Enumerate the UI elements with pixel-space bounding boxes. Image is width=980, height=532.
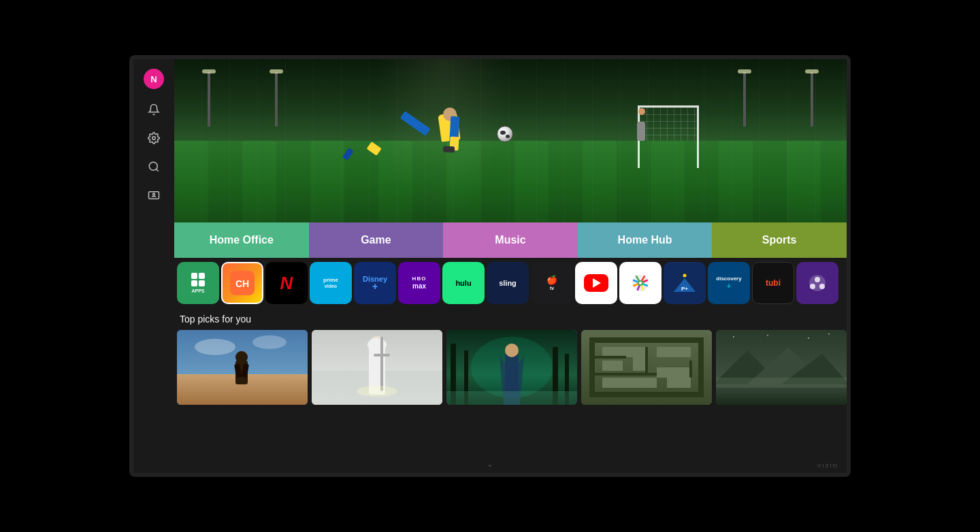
stadium-light-3 [275, 72, 278, 127]
top-pick-3[interactable] [446, 330, 577, 405]
goalkeeper [637, 115, 645, 141]
tab-game[interactable]: Game [309, 222, 444, 258]
app-channel[interactable]: CH [221, 262, 263, 304]
svg-rect-47 [657, 347, 691, 357]
svg-rect-31 [374, 354, 390, 356]
gk-body [637, 122, 645, 141]
extra-app-icon [807, 273, 828, 293]
svg-rect-45 [602, 361, 623, 371]
app-prime-video[interactable]: prime video [310, 262, 352, 304]
svg-point-40 [505, 344, 519, 357]
main-content: Home Office Game Music Home Hub Sports [174, 59, 847, 473]
search-icon[interactable] [146, 159, 162, 175]
svg-point-32 [357, 386, 397, 397]
tab-music[interactable]: Music [443, 222, 578, 258]
app-extra[interactable] [796, 262, 838, 304]
svg-rect-30 [380, 337, 383, 391]
top-pick-2[interactable] [312, 330, 442, 405]
top-picks-section: Top picks for you [174, 308, 847, 473]
goal-net [640, 107, 697, 141]
top-pick-5[interactable] [716, 330, 847, 405]
ch-icon: CH [223, 263, 262, 303]
app-discovery-plus[interactable]: discovery + [708, 262, 750, 304]
gk-head [638, 108, 645, 115]
settings-icon[interactable] [146, 130, 162, 146]
svg-point-29 [368, 338, 387, 352]
app-tubi[interactable]: tubi [752, 262, 794, 304]
app-youtube[interactable] [575, 262, 617, 304]
top-pick-1[interactable] [177, 330, 308, 405]
app-hulu[interactable]: hulu [442, 262, 485, 304]
svg-point-14 [815, 277, 820, 282]
hero-banner [174, 59, 847, 222]
svg-point-20 [252, 335, 287, 349]
top-picks-row [177, 330, 847, 405]
svg-rect-41 [446, 391, 577, 405]
app-hbo-max[interactable]: HBO max [398, 262, 440, 304]
svg-point-22 [235, 351, 248, 363]
app-all-apps[interactable]: APPS [177, 262, 219, 304]
svg-point-19 [195, 339, 235, 355]
svg-point-61 [733, 336, 734, 337]
top-pick-4[interactable] [581, 330, 712, 405]
player-boot-standing [443, 146, 455, 152]
svg-text:P+: P+ [681, 286, 688, 292]
app-apple-tv[interactable]: 🍎 tv [531, 262, 573, 304]
soccer-ball [497, 126, 513, 142]
svg-rect-49 [602, 378, 657, 388]
goal-frame [638, 105, 699, 141]
app-sling[interactable]: sling [487, 262, 529, 304]
svg-rect-48 [657, 367, 691, 378]
stadium-light-2 [811, 72, 813, 127]
vizio-logo: VIZIO [817, 463, 838, 469]
svg-point-1 [149, 162, 157, 170]
category-tabs: Home Office Game Music Home Hub Sports [174, 222, 847, 258]
svg-text:CH: CH [235, 278, 249, 289]
top-picks-label: Top picks for you [177, 314, 847, 325]
field-stripes [174, 141, 847, 222]
app-paramount-plus[interactable]: P+ [664, 262, 706, 304]
app-netflix[interactable]: N [265, 262, 308, 304]
youtube-play-icon [584, 274, 608, 292]
sidebar: N [133, 59, 174, 473]
tab-sports[interactable]: Sports [712, 222, 847, 258]
svg-rect-50 [667, 378, 691, 388]
svg-line-2 [156, 169, 158, 171]
svg-point-10 [683, 274, 687, 278]
peacock-icon [627, 269, 654, 297]
app-peacock[interactable] [619, 262, 662, 304]
stadium-light-1 [208, 72, 210, 127]
tab-home-hub[interactable]: Home Hub [578, 222, 713, 258]
stadium-light-4 [743, 72, 746, 127]
svg-point-0 [152, 137, 156, 140]
svg-rect-44 [602, 347, 636, 357]
svg-point-63 [808, 337, 809, 339]
svg-point-64 [828, 333, 830, 335]
bell-icon[interactable] [146, 101, 162, 118]
id-card-icon[interactable] [146, 187, 162, 203]
bottom-chevron: ⌄ [487, 459, 493, 469]
tab-home-office[interactable]: Home Office [174, 222, 309, 258]
svg-point-4 [153, 193, 155, 195]
svg-point-16 [819, 284, 825, 289]
goal-post-left [638, 141, 640, 168]
tv-frame: N [129, 55, 851, 477]
goal-post-right [697, 141, 699, 168]
app-disney-plus[interactable]: Disney + [354, 262, 396, 304]
svg-point-62 [767, 335, 768, 336]
svg-rect-46 [633, 347, 647, 371]
svg-rect-60 [716, 378, 847, 388]
svg-point-9 [639, 282, 642, 284]
ball-visual [497, 126, 513, 142]
user-avatar[interactable]: N [144, 69, 164, 89]
apps-row: APPS CH N prime [174, 258, 847, 308]
goal [638, 105, 699, 141]
svg-point-15 [810, 284, 815, 289]
